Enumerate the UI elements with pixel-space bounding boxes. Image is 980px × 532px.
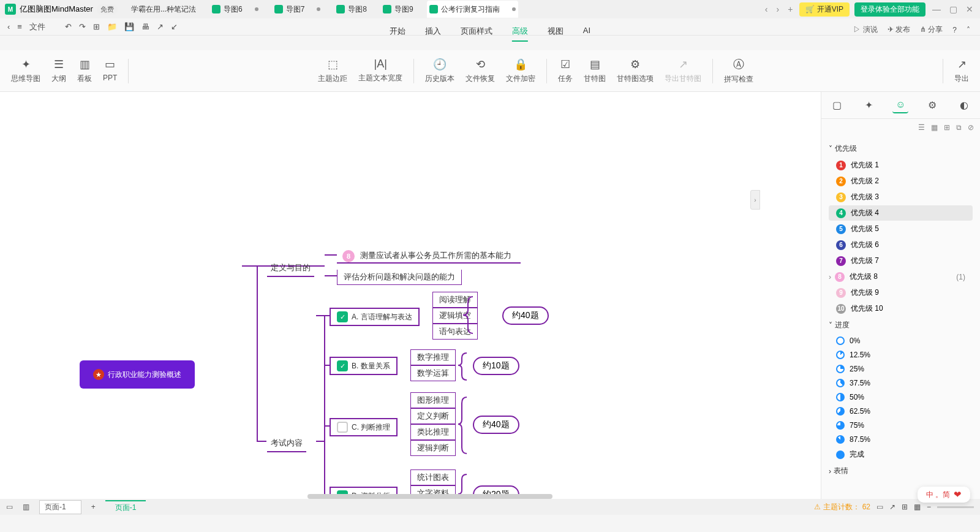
menu-view[interactable]: 视图 [548, 22, 564, 42]
root-node[interactable]: ★ 行政职业能力测验概述 [80, 360, 195, 389]
remove-icon[interactable]: ⊘ [968, 123, 974, 132]
menu-advanced[interactable]: 高级 [512, 22, 528, 42]
rb-history[interactable]: 🕘历史版本 [425, 58, 454, 84]
node-sC3[interactable]: 类比推理 [410, 424, 456, 440]
page-tab[interactable]: 页面-1 [105, 500, 146, 514]
redo-icon[interactable]: ↷ [79, 22, 86, 31]
menu-insert[interactable]: 插入 [425, 22, 441, 42]
collapse-ribbon-icon[interactable]: ˄ [967, 26, 970, 34]
sidetab-4[interactable]: ⚙ [924, 97, 940, 113]
sb-r1[interactable]: ▭ [876, 503, 883, 511]
rb-encrypt[interactable]: 🔒文件加密 [506, 58, 535, 84]
sidetab-2[interactable]: ✦ [861, 97, 877, 113]
next-icon[interactable]: › [774, 4, 781, 14]
node-sD1[interactable]: 统计图表 [410, 469, 456, 485]
copy-icon[interactable]: ⧉ [956, 123, 962, 132]
priority-item-1[interactable]: 1优先级 1 [829, 158, 973, 173]
progress-item-8[interactable]: 完成 [829, 447, 973, 462]
add-icon[interactable]: ⊞ [944, 123, 950, 132]
rb-textwidth[interactable]: |A|主题文本宽度 [358, 58, 402, 84]
add-page-icon[interactable]: + [91, 503, 96, 511]
page-selector[interactable]: 页面-1 [39, 500, 81, 514]
rb-recover[interactable]: ⟲文件恢复 [466, 58, 495, 84]
node-sB[interactable]: ✓B. 数量关系 [330, 357, 398, 375]
progress-item-3[interactable]: 37.5% [829, 376, 973, 390]
rb-outline[interactable]: ☰大纲 [51, 58, 66, 84]
zoom-slider[interactable] [937, 506, 974, 508]
pill-B[interactable]: 约10题 [473, 357, 519, 375]
progress-item-2[interactable]: 25% [829, 362, 973, 376]
tab-map9[interactable]: 导图9 [380, 1, 416, 18]
sidetab-icons[interactable]: ☺ [892, 97, 908, 113]
tab-guide[interactable]: 公考行测复习指南 [427, 1, 518, 18]
priority-item-6[interactable]: 6优先级 6 [829, 237, 973, 253]
menu-page[interactable]: 页面样式 [461, 22, 492, 42]
grid-view-icon[interactable]: ▦ [931, 123, 938, 132]
node-b1a[interactable]: 测量应试者从事公务员工作所需的基本能力 [356, 250, 515, 264]
publish-button[interactable]: ✈ 发布 [888, 25, 910, 35]
sb-r4[interactable]: ▦ [914, 503, 921, 511]
horizontal-scrollbar[interactable] [307, 494, 552, 499]
priority-item-4[interactable]: 4优先级 4 [829, 205, 973, 221]
tab-map6[interactable]: 导图6 [209, 1, 261, 18]
help-icon[interactable]: ? [952, 26, 957, 34]
node-sA3[interactable]: 语句表达 [432, 324, 478, 340]
menu-icon[interactable]: ≡ [17, 22, 22, 31]
list-view-icon[interactable]: ☰ [918, 123, 925, 132]
zoom-out-icon[interactable]: − [927, 503, 931, 511]
node-sC1[interactable]: 图形推理 [410, 392, 456, 408]
progress-item-0[interactable]: 0% [829, 334, 973, 348]
priority-item-7[interactable]: 7优先级 7 [829, 253, 973, 268]
sb-r3[interactable]: ⊞ [902, 503, 908, 511]
node-sA[interactable]: ✓A. 言语理解与表达 [330, 308, 420, 326]
maximize-icon[interactable]: ▢ [948, 4, 959, 14]
open-icon[interactable]: 📁 [107, 22, 117, 31]
node-sC2[interactable]: 定义判断 [410, 408, 456, 424]
menu-start[interactable]: 开始 [390, 22, 405, 42]
branch-def[interactable]: 定义与目的 [267, 262, 314, 277]
pill-C[interactable]: 约40题 [473, 416, 519, 434]
tab-notes[interactable]: 学霸在用...种笔记法 [129, 1, 198, 18]
minimize-icon[interactable]: — [930, 4, 943, 14]
back-icon[interactable]: ‹ [7, 22, 10, 31]
collapse-sidebar-icon[interactable]: › [750, 190, 760, 210]
rb-ppt[interactable]: ▭PPT [103, 58, 117, 84]
priority-item-8[interactable]: ›8优先级 8(1) [829, 269, 973, 284]
sb-ico1[interactable]: ▭ [6, 503, 13, 511]
progress-head[interactable]: ˅ 进度 [829, 320, 973, 330]
sidetab-1[interactable]: ▢ [829, 97, 845, 113]
priority-item-2[interactable]: 2优先级 2 [829, 173, 973, 189]
file-label[interactable]: 文件 [29, 21, 45, 32]
node-sA1[interactable]: 阅读理解 [432, 292, 478, 308]
rb-export[interactable]: ↗导出 [954, 58, 969, 84]
canvas[interactable]: ★ 行政职业能力测验概述 定义与目的 8 评估分析问题和解决问题的能力 测量应试… [0, 92, 821, 499]
print-icon[interactable]: 🖶 [141, 22, 149, 31]
rb-mindmap[interactable]: ✦思维导图 [11, 58, 40, 84]
priority-item-3[interactable]: 3优先级 3 [829, 189, 973, 205]
pill-A[interactable]: 约40题 [502, 306, 549, 325]
node-sC[interactable]: C. 判断推理 [330, 418, 398, 436]
present-button[interactable]: ▷ 演说 [853, 25, 877, 35]
rb-gantt-opt[interactable]: ⚙甘特图选项 [617, 58, 654, 84]
priority-head[interactable]: ˅ 优先级 [829, 143, 973, 154]
share-button[interactable]: ⋔ 分享 [920, 25, 943, 35]
emoji-head[interactable]: › 表情 [829, 466, 973, 476]
node-sA2[interactable]: 逻辑填空 [432, 308, 478, 324]
progress-item-6[interactable]: 75% [829, 419, 973, 432]
priority-item-10[interactable]: 10优先级 10 [829, 301, 973, 316]
prev-icon[interactable]: ‹ [763, 4, 770, 14]
add-tab-icon[interactable]: + [786, 4, 794, 14]
node-sB2[interactable]: 数学运算 [410, 365, 456, 381]
save-icon[interactable]: 💾 [124, 22, 134, 31]
node-sC4[interactable]: 逻辑判断 [410, 440, 456, 456]
rb-gantt[interactable]: ▤甘特图 [584, 58, 606, 84]
rb-kanban[interactable]: ▥看板 [77, 58, 92, 84]
progress-item-7[interactable]: 87.5% [829, 433, 973, 446]
import-icon[interactable]: ↙ [171, 22, 178, 31]
new-icon[interactable]: ⊞ [93, 22, 100, 31]
menu-ai[interactable]: AI [583, 22, 590, 42]
login-button[interactable]: 登录体验全部功能 [854, 2, 925, 17]
rb-margin[interactable]: ⬚主题边距 [318, 58, 347, 84]
node-sB1[interactable]: 数字推理 [410, 349, 456, 365]
priority-item-5[interactable]: 5优先级 5 [829, 221, 973, 237]
